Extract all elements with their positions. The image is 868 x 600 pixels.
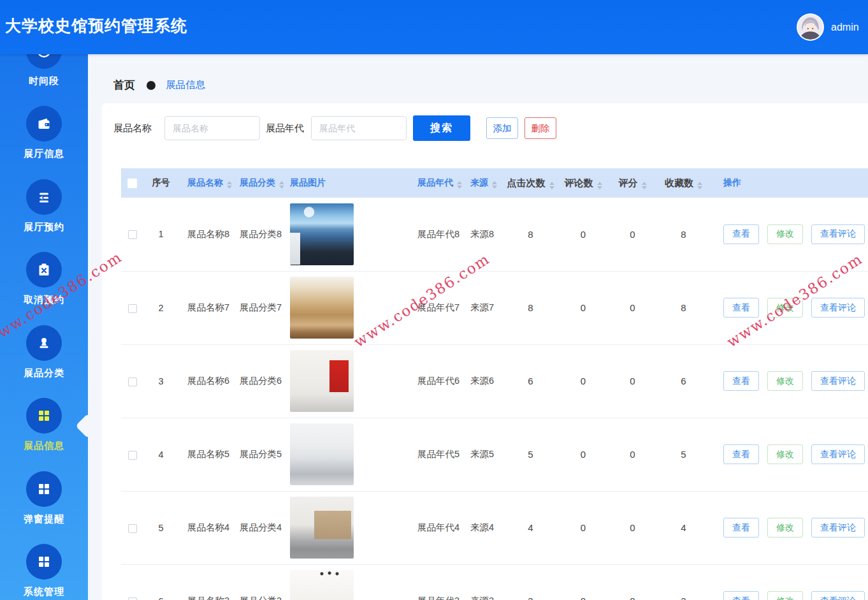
app-header: 大学校史馆预约管理系统 admin [0, 0, 868, 54]
sidebar-item-hall-reservation[interactable]: 展厅预约 [0, 179, 88, 233]
edit-button[interactable]: 修改 [767, 518, 803, 538]
cell-source: 来源3 [464, 564, 503, 600]
table-row: 2 展品名称7 展品分类7 展品年代7 来源7 8 0 0 8 查看 [121, 271, 868, 344]
view-comments-button[interactable]: 查看评论 [811, 591, 865, 600]
exhibit-table: 序号 展品名称 展品分类 展品图片 展品年代 来源 点击次数 评论数 评分 收藏… [121, 168, 868, 600]
sort-icon [549, 182, 554, 189]
view-button[interactable]: 查看 [723, 224, 759, 244]
exhibit-photo [290, 497, 354, 559]
search-button[interactable]: 搜索 [413, 115, 470, 141]
cell-category: 展品分类3 [236, 564, 287, 600]
cell-source: 来源4 [464, 491, 503, 564]
cell-year: 展品年代3 [411, 564, 464, 600]
cell-score: 0 [609, 271, 656, 344]
sidebar-item-label: 展品信息 [24, 440, 64, 452]
cell-category: 展品分类8 [236, 198, 287, 271]
edit-button[interactable]: 修改 [767, 591, 803, 600]
add-button[interactable]: 添加 [486, 117, 518, 139]
cell-name: 展品名称8 [178, 198, 236, 271]
cell-no: 6 [143, 564, 178, 600]
cell-comments: 0 [558, 564, 609, 600]
row-checkbox[interactable] [128, 451, 137, 460]
user-menu[interactable]: admin [797, 0, 868, 54]
cell-score: 0 [609, 344, 656, 418]
cell-favorites: 3 [656, 564, 711, 600]
col-header-category[interactable]: 展品分类 [236, 168, 287, 198]
row-checkbox[interactable] [128, 377, 137, 386]
edit-button[interactable]: 修改 [767, 224, 803, 244]
view-button[interactable]: 查看 [723, 591, 759, 600]
col-header-clicks[interactable]: 点击次数 [503, 168, 558, 198]
view-comments-button[interactable]: 查看评论 [811, 371, 865, 391]
sidebar-item-label: 展品分类 [24, 367, 64, 379]
sidebar-item-label: 展厅信息 [24, 148, 64, 160]
breadcrumb-home[interactable]: 首页 [113, 78, 135, 92]
view-comments-button[interactable]: 查看评论 [811, 224, 865, 244]
view-comments-button[interactable]: 查看评论 [811, 298, 865, 318]
sidebar-item-cancel-reservation[interactable]: 取消预约 [0, 252, 88, 306]
col-header-year[interactable]: 展品年代 [411, 168, 464, 198]
cell-name: 展品名称3 [178, 564, 236, 600]
cell-no: 1 [143, 198, 178, 271]
cell-no: 5 [143, 491, 178, 564]
view-button[interactable]: 查看 [723, 518, 759, 538]
cell-source: 来源7 [464, 271, 503, 344]
cell-name: 展品名称7 [178, 271, 236, 344]
select-all-checkbox[interactable] [127, 179, 137, 188]
cell-score: 0 [609, 198, 656, 271]
row-checkbox[interactable] [128, 230, 137, 239]
table-header-row: 序号 展品名称 展品分类 展品图片 展品年代 来源 点击次数 评论数 评分 收藏… [121, 168, 868, 198]
cell-year: 展品年代8 [411, 198, 464, 271]
view-button[interactable]: 查看 [723, 298, 759, 318]
edit-button[interactable]: 修改 [767, 444, 803, 464]
sidebar-item-popup-reminder[interactable]: 弹窗提醒 [0, 471, 88, 525]
clipboard-x-icon [26, 252, 62, 288]
cell-clicks: 8 [503, 271, 558, 344]
table-row: 3 展品名称6 展品分类6 展品年代6 来源6 6 0 0 6 查看 [121, 344, 868, 418]
sidebar-item-label: 弹窗提醒 [24, 513, 64, 525]
edit-button[interactable]: 修改 [767, 371, 803, 391]
cell-favorites: 4 [656, 491, 711, 564]
col-header-name[interactable]: 展品名称 [178, 168, 236, 198]
name-field-label: 展品名称 [113, 115, 152, 141]
cell-favorites: 6 [656, 344, 711, 418]
view-comments-button[interactable]: 查看评论 [811, 444, 865, 464]
view-comments-button[interactable]: 查看评论 [811, 518, 865, 538]
breadcrumb-current[interactable]: 展品信息 [166, 78, 205, 92]
edit-button[interactable]: 修改 [767, 298, 803, 318]
col-header-favorites[interactable]: 收藏数 [656, 168, 711, 198]
cell-year: 展品年代4 [411, 491, 464, 564]
avatar [797, 13, 824, 41]
sidebar-item-exhibit-info[interactable]: 展品信息 [0, 398, 88, 452]
cell-score: 0 [609, 491, 656, 564]
col-header-actions: 操作 [711, 168, 868, 198]
cell-year: 展品年代7 [411, 271, 464, 344]
view-button[interactable]: 查看 [723, 371, 759, 391]
col-header-no: 序号 [143, 168, 178, 198]
cell-comments: 0 [558, 271, 609, 344]
row-checkbox[interactable] [128, 524, 137, 533]
sidebar-item-exhibit-category[interactable]: 展品分类 [0, 325, 88, 379]
cell-source: 来源8 [464, 198, 503, 271]
main-content: 首页 展品信息 展品名称 展品年代 搜索 添加 删除 [88, 54, 868, 600]
cell-score: 0 [609, 418, 656, 491]
row-checkbox[interactable] [128, 597, 137, 600]
sidebar: 时间段 展厅信息 展厅预约 取消预约 展品分类 [0, 54, 88, 600]
cell-category: 展品分类6 [236, 344, 287, 418]
cell-category: 展品分类4 [236, 491, 287, 564]
cell-comments: 0 [558, 491, 609, 564]
view-button[interactable]: 查看 [723, 444, 759, 464]
exhibit-name-input[interactable] [164, 116, 260, 140]
sidebar-item-system-management[interactable]: 系统管理 [0, 544, 88, 598]
col-header-score[interactable]: 评分 [609, 168, 656, 198]
delete-toolbar-button[interactable]: 删除 [524, 117, 556, 139]
sort-icon [492, 181, 497, 189]
col-header-source[interactable]: 来源 [464, 168, 503, 198]
exhibit-year-input[interactable] [311, 116, 407, 140]
col-header-image: 展品图片 [287, 168, 411, 198]
sidebar-item-time-slot[interactable]: 时间段 [0, 54, 88, 87]
col-header-comments[interactable]: 评论数 [558, 168, 609, 198]
sidebar-item-hall-info[interactable]: 展厅信息 [0, 106, 88, 160]
cell-clicks: 6 [503, 344, 558, 418]
row-checkbox[interactable] [128, 304, 137, 313]
